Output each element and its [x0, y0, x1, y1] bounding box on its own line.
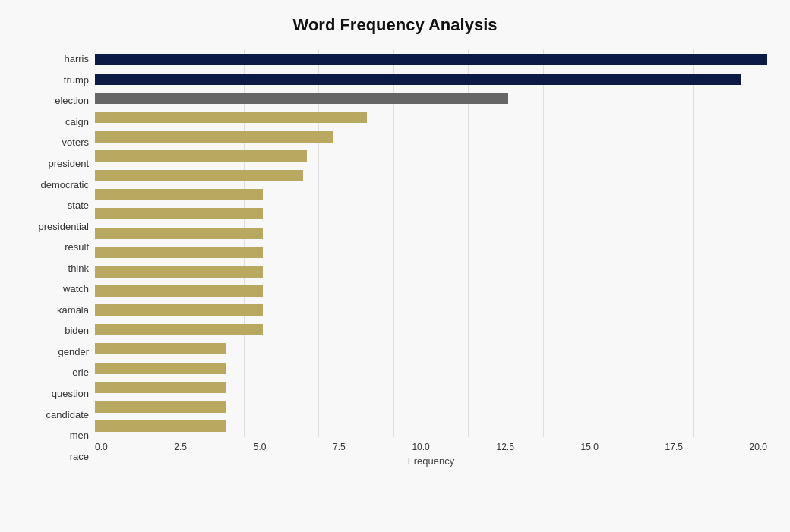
x-tick: 12.5: [496, 442, 514, 452]
bar: [95, 304, 263, 316]
y-label: presidential: [39, 222, 90, 231]
bars-area: [95, 49, 767, 437]
y-label: caign: [65, 117, 89, 127]
bar-row: [95, 320, 767, 339]
y-label: election: [55, 96, 89, 105]
y-label: kamala: [57, 305, 89, 315]
bar-row: [95, 282, 767, 301]
bar: [95, 247, 263, 258]
bar: [95, 382, 226, 393]
bar: [95, 285, 263, 297]
x-axis-label: Frequency: [95, 455, 767, 467]
bar: [95, 74, 741, 85]
y-label: result: [65, 242, 89, 252]
y-label: watch: [63, 284, 89, 294]
x-tick: 17.5: [665, 442, 683, 452]
bar-row: [95, 146, 767, 165]
y-label: candidate: [46, 410, 89, 420]
y-label: harris: [64, 54, 89, 64]
bar: [95, 363, 226, 374]
bar-row: [95, 204, 767, 223]
bar-row: [95, 339, 767, 358]
bar-row: [95, 397, 767, 416]
bar-row: [95, 301, 767, 320]
y-label: voters: [62, 137, 89, 147]
bar-row: [95, 243, 767, 262]
bar-row: [95, 50, 767, 69]
bar: [95, 228, 263, 239]
y-label: question: [52, 389, 89, 398]
bar-row: [95, 224, 767, 243]
bar: [95, 112, 367, 123]
x-tick: 10.0: [412, 442, 429, 452]
bar: [95, 170, 303, 181]
bar: [95, 343, 226, 354]
bar: [95, 150, 307, 162]
bar-row: [95, 89, 767, 108]
y-label: president: [49, 159, 89, 168]
bar: [95, 189, 263, 200]
y-label: trump: [64, 75, 89, 85]
bar: [95, 131, 333, 143]
bar-row: [95, 185, 767, 204]
bar-row: [95, 69, 767, 88]
chart-title: Word Frequency Analysis: [23, 15, 767, 35]
bar: [95, 54, 767, 65]
bar: [95, 93, 508, 104]
y-label: state: [68, 200, 89, 210]
bar-row: [95, 359, 767, 378]
y-label: gender: [58, 347, 89, 357]
x-tick: 7.5: [333, 442, 346, 452]
bar: [95, 401, 226, 413]
y-label: democratic: [40, 180, 89, 190]
x-tick: 2.5: [174, 442, 187, 452]
y-label: erie: [72, 367, 89, 377]
bar-row: [95, 165, 767, 184]
y-label: race: [70, 452, 89, 461]
x-tick: 20.0: [750, 442, 767, 452]
bar-row: [95, 127, 767, 146]
bars-and-xaxis: 0.02.55.07.510.012.515.017.520.0 Frequen…: [95, 49, 767, 467]
bar-row: [95, 108, 767, 127]
bar: [95, 208, 263, 219]
y-label: biden: [65, 326, 89, 335]
bars-list: [95, 49, 767, 437]
bar-row: [95, 378, 767, 397]
bar-row: [95, 262, 767, 281]
y-label: think: [68, 263, 89, 273]
x-tick: 5.0: [254, 442, 267, 452]
bar: [95, 324, 263, 335]
chart-container: Word Frequency Analysis harristrumpelect…: [0, 0, 790, 532]
x-tick: 0.0: [95, 442, 108, 452]
x-tick: 15.0: [581, 442, 599, 452]
bar-row: [95, 417, 767, 436]
y-label: men: [70, 430, 89, 440]
y-labels: harristrumpelectioncaignvoterspresidentd…: [23, 49, 95, 467]
bar: [95, 266, 263, 278]
x-axis: 0.02.55.07.510.012.515.017.520.0: [95, 437, 767, 452]
chart-area: harristrumpelectioncaignvoterspresidentd…: [23, 49, 767, 467]
bar: [95, 420, 226, 432]
